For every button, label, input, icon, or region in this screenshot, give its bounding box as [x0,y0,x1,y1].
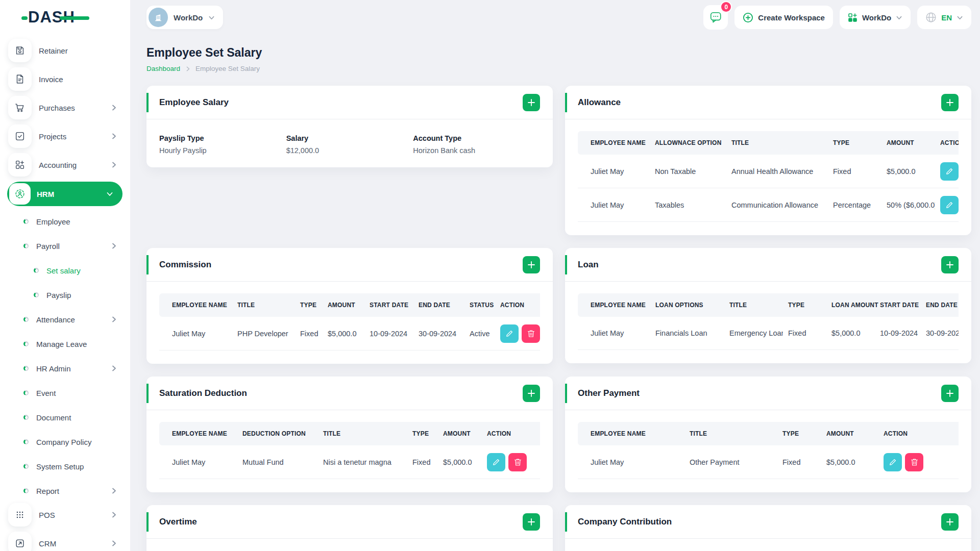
sidebar-subitem-payslip[interactable]: Payslip [0,283,130,307]
sidebar-subitem-company-policy[interactable]: Company Policy [0,430,130,454]
chevron-right-icon [111,104,117,111]
sidebar-nav: Retainer Invoice Purchases Projects [0,39,130,551]
cell: Juliet May [159,317,232,350]
pencil-icon [889,458,897,466]
plus-icon [946,518,954,526]
card-overtime: Overtime [146,505,553,551]
sidebar-item-crm[interactable]: CRM [8,532,123,551]
sidebar-subitem-label: Company Policy [36,438,91,446]
card-title: Company Contribution [578,517,672,527]
table-row: Juliet May Mutual Fund Nisi a tenetur ma… [159,445,540,479]
edit-button[interactable] [487,453,505,471]
messages-button[interactable]: 0 [703,5,728,30]
plus-icon [527,389,535,397]
chevron-right-icon [111,316,117,323]
sidebar-item-label: POS [39,511,55,519]
edit-button[interactable] [940,162,959,181]
sidebar-subitem-document[interactable]: Document [0,405,130,430]
page-title: Employee Set Salary [146,46,971,60]
chevron-down-icon [896,15,902,20]
sidebar-item-label: Accounting [39,161,77,169]
add-allowance-button[interactable] [941,94,959,111]
add-other-payment-button[interactable] [941,385,959,402]
column-header: TYPE [783,293,826,317]
column-header: AMOUNT [881,131,935,155]
sidebar: DASH Retainer Invoice Purchases [0,0,130,551]
sidebar-item-purchases[interactable]: Purchases [8,96,123,119]
sidebar-item-hrm[interactable]: HRM [7,182,122,206]
cell: $5,000.0 [881,155,935,188]
column-header: EMPLOYEE NAME [578,131,650,155]
sidebar-item-pos[interactable]: POS [8,503,123,527]
edit-button[interactable] [500,324,519,343]
workspace-switcher[interactable]: WorkDo [146,6,223,29]
sidebar-subitem-label: Document [36,413,71,422]
sidebar-item-retainer[interactable]: Retainer [8,39,123,62]
bullet-icon [23,464,29,469]
task-check-icon [8,124,32,148]
bullet-icon [23,341,29,346]
create-workspace-button[interactable]: Create Workspace [734,6,833,29]
sidebar-item-invoice[interactable]: Invoice [8,67,123,91]
card-employee-salary: Employee Salary Payslip Type Hourly Pays… [146,86,553,167]
saturation-deduction-table: EMPLOYEE NAME DEDUCTION OPTION TITLE TYP… [159,422,540,479]
cell: Fixed [407,445,438,479]
column-header: END DATE [921,293,959,317]
logo-accent-bar [60,16,89,20]
add-loan-button[interactable] [941,256,959,273]
add-salary-button[interactable] [523,94,540,111]
chevron-right-icon [111,540,117,547]
table-row: Juliet May Taxables Communication Allowa… [578,188,959,222]
create-workspace-label: Create Workspace [758,13,825,22]
messages-badge: 0 [720,1,732,13]
workdo-apps-button[interactable]: WorkDo [840,6,911,29]
add-commission-button[interactable] [523,256,540,273]
bullet-icon [23,243,29,248]
add-overtime-button[interactable] [523,513,540,531]
sidebar-subitem-payroll[interactable]: Payroll [0,234,130,258]
sidebar-item-accounting[interactable]: Accounting [8,153,123,177]
sidebar-subitem-employee[interactable]: Employee [0,209,130,234]
sidebar-subitem-set-salary[interactable]: Set salary [0,258,130,283]
sidebar-subitem-attendance[interactable]: Attendance [0,307,130,332]
sidebar-subitem-event[interactable]: Event [0,381,130,405]
sidebar-item-label: Projects [39,132,66,141]
column-header: AMOUNT [438,422,482,445]
delete-button[interactable] [905,453,923,471]
add-deduction-button[interactable] [523,385,540,402]
sidebar-item-label: Retainer [39,46,68,55]
chevron-right-icon [185,66,190,72]
column-header: ACTION [935,131,959,155]
breadcrumb-current: Employee Set Salary [195,65,260,72]
sidebar-item-projects[interactable]: Projects [8,124,123,148]
column-header: DEDUCTION OPTION [237,422,318,445]
sidebar-subitem-hr-admin[interactable]: HR Admin [0,356,130,381]
card-company-contribution: Company Contribution [565,505,971,551]
cell: $5,000.0 [323,317,364,350]
cell: Juliet May [578,155,650,188]
sidebar-subitem-manage-leave[interactable]: Manage Leave [0,332,130,356]
add-company-contribution-button[interactable] [941,513,959,531]
cell: Financials Loan [650,317,724,350]
delete-button[interactable] [508,453,527,471]
card-title: Allowance [578,97,621,108]
sidebar-subitem-report[interactable]: Report [0,479,130,503]
field-label: Salary [286,134,413,142]
bullet-icon [23,317,29,322]
edit-button[interactable] [884,453,902,471]
chevron-right-icon [111,133,117,140]
cell: 10-09-2024 [875,317,921,350]
sidebar-subitem-label: Event [36,389,56,397]
cell: PHP Developer [232,317,295,350]
edit-button[interactable] [940,196,959,214]
pencil-icon [492,458,500,466]
sidebar-subitem-system-setup[interactable]: System Setup [0,454,130,479]
main-content: WorkDo 0 Create Workspace WorkDo EN [130,0,980,551]
breadcrumb-dashboard-link[interactable]: Dashboard [146,65,180,72]
plus-icon [946,98,954,107]
language-button[interactable]: EN [917,6,971,29]
column-header: LOAN AMOUNT [826,293,875,317]
plus-icon [946,389,954,397]
app-logo: DASH [28,8,105,29]
delete-button[interactable] [522,324,540,343]
